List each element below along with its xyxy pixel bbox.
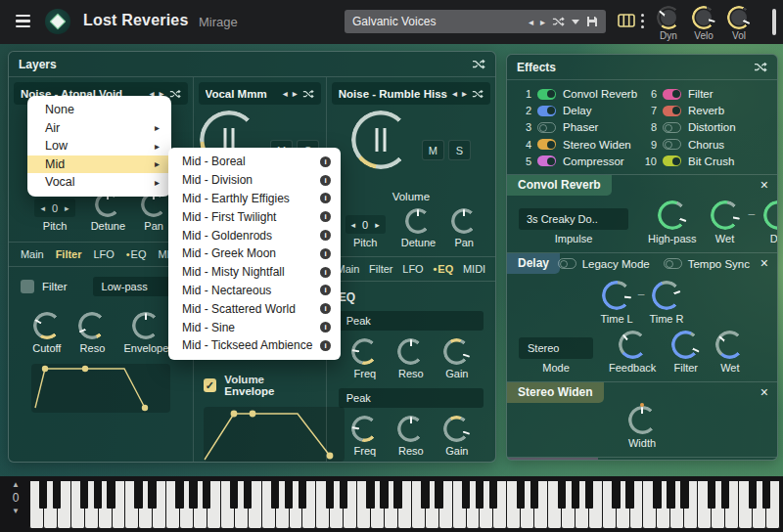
tab-lfo[interactable]: LFO: [93, 248, 114, 260]
layer3-volume-knob[interactable]: [351, 111, 410, 169]
eq-band2-reso-knob[interactable]: Reso: [397, 416, 424, 457]
pitch-decrement-icon[interactable]: ◂: [40, 203, 45, 213]
piano-black-key[interactable]: [175, 481, 183, 509]
layer-submenu-item[interactable]: Mid - Goldenrodsi: [168, 226, 341, 244]
layer2-prev-icon[interactable]: ◂: [283, 88, 288, 99]
piano-black-key[interactable]: [326, 481, 334, 509]
tab-filter[interactable]: Filter: [56, 248, 82, 260]
piano-black-key[interactable]: [340, 481, 347, 509]
filter-envelope-graph[interactable]: [31, 364, 170, 413]
preset-shuffle-icon[interactable]: [552, 17, 565, 26]
octave-down-icon[interactable]: ▼: [12, 507, 20, 515]
layer-menu-item-low[interactable]: Low▸: [27, 137, 171, 155]
tempo-sync-toggle[interactable]: Tempo Sync: [664, 258, 750, 270]
keyboard-toggle-icon[interactable]: [618, 14, 635, 27]
tab-midi[interactable]: MIDI: [463, 263, 485, 275]
effect-slot-delay[interactable]: 2Delay: [517, 104, 642, 117]
layer-menu-item-mid[interactable]: Mid▸: [27, 155, 171, 174]
layer1-pan-knob[interactable]: Pan: [141, 192, 166, 232]
layer1-detune-knob[interactable]: Detune: [91, 192, 125, 232]
effect-enable-toggle[interactable]: [537, 155, 556, 166]
preset-save-icon[interactable]: [586, 16, 598, 27]
piano-black-key[interactable]: [476, 481, 484, 509]
effect-enable-toggle[interactable]: [537, 106, 556, 116]
piano-keyboard[interactable]: [29, 481, 780, 528]
piano-black-key[interactable]: [230, 481, 238, 509]
effects-shuffle-icon[interactable]: [754, 62, 767, 72]
delay-wet-knob[interactable]: Wet: [715, 331, 744, 374]
layer1-pitch-stepper[interactable]: ◂ 0 ▸ Pitch: [34, 199, 74, 232]
piano-black-key[interactable]: [53, 481, 61, 509]
layer-menu-item-air[interactable]: Air▸: [27, 119, 171, 138]
tab-main[interactable]: Main: [21, 248, 44, 260]
window-resize-handle[interactable]: [772, 9, 776, 35]
effect-slot-convol-reverb[interactable]: 1Convol Reverb: [517, 87, 642, 101]
layer3-detune-knob[interactable]: Detune: [401, 208, 436, 248]
eq-band1-gain-knob[interactable]: Gain: [443, 338, 470, 379]
layer3-mute-button[interactable]: M: [422, 140, 444, 160]
layer-submenu-item[interactable]: Mid - Divisioni: [168, 171, 341, 190]
effect-enable-toggle[interactable]: [537, 122, 556, 133]
vol-knob[interactable]: Vol: [722, 6, 756, 41]
preset-next-icon[interactable]: ▸: [540, 17, 545, 27]
layer3-next-icon[interactable]: ▸: [462, 88, 467, 99]
piano-black-key[interactable]: [421, 481, 429, 509]
reso-knob[interactable]: Reso: [78, 312, 106, 354]
effect-enable-toggle[interactable]: [663, 106, 681, 116]
delay-mode-value[interactable]: Stereo: [519, 337, 593, 359]
delay-filter-knob[interactable]: Filter: [671, 331, 700, 374]
impulse-value[interactable]: 3s Creaky Do..: [519, 208, 628, 230]
convol-reverb-close-icon[interactable]: ×: [760, 178, 768, 192]
more-options-icon[interactable]: [641, 14, 645, 28]
pitch-increment-icon[interactable]: ▸: [375, 220, 380, 230]
layer-submenu-item[interactable]: Mid - Misty Nightfalli: [168, 263, 341, 282]
eq-band1-type-dropdown[interactable]: Peak: [339, 311, 484, 331]
layers-shuffle-icon[interactable]: [472, 59, 485, 69]
dyn-knob[interactable]: Dyn: [652, 6, 685, 41]
eq-band2-freq-knob[interactable]: Freq: [351, 416, 378, 457]
highpass-knob[interactable]: High-pass: [648, 200, 697, 244]
effect-slot-stereo-widen[interactable]: 4Stereo Widen: [517, 138, 642, 152]
octave-up-icon[interactable]: ▲: [12, 480, 20, 489]
stereo-widen-tab[interactable]: Stereo Widen: [507, 382, 604, 403]
legacy-mode-toggle[interactable]: Legacy Mode: [558, 258, 650, 270]
piano-black-key[interactable]: [708, 481, 715, 509]
piano-black-key[interactable]: [653, 481, 661, 509]
piano-black-key[interactable]: [572, 481, 579, 509]
piano-black-key[interactable]: [285, 481, 293, 509]
info-icon[interactable]: i: [320, 248, 331, 259]
info-icon[interactable]: i: [320, 156, 331, 167]
info-icon[interactable]: i: [320, 322, 331, 332]
eq-band1-freq-knob[interactable]: Freq: [351, 338, 378, 379]
tab-eq[interactable]: •EQ: [126, 248, 147, 260]
info-icon[interactable]: i: [320, 193, 331, 203]
preset-dropdown-caret-icon[interactable]: [572, 20, 579, 24]
layer-menu-item-vocal[interactable]: Vocal▸: [27, 173, 171, 192]
info-icon[interactable]: i: [320, 175, 331, 186]
piano-black-key[interactable]: [558, 481, 566, 509]
info-icon[interactable]: i: [320, 285, 331, 295]
effect-enable-toggle[interactable]: [537, 139, 556, 150]
effect-slot-chorus[interactable]: 9Chorus: [642, 138, 767, 152]
layer-submenu-item[interactable]: Mid - Earthly Effigiesi: [168, 190, 341, 208]
piano-black-key[interactable]: [380, 481, 388, 509]
effect-slot-reverb[interactable]: 7Reverb: [642, 104, 767, 117]
layer-submenu-item[interactable]: Mid - Tickseed Ambiencei: [168, 336, 341, 355]
layer-submenu-item[interactable]: Mid - Scattered Worldi: [168, 299, 341, 318]
delay-mode-selector[interactable]: Stereo Mode: [519, 337, 593, 374]
envelope-knob[interactable]: Envelope: [123, 312, 168, 354]
pitch-decrement-icon[interactable]: ◂: [351, 220, 356, 230]
layer-menu-item-none[interactable]: None: [27, 101, 171, 119]
filter-enable-checkbox[interactable]: [21, 280, 34, 293]
effect-slot-phaser[interactable]: 3Phaser: [517, 120, 642, 134]
tab-filter[interactable]: Filter: [369, 263, 392, 275]
piano-black-key[interactable]: [203, 481, 210, 509]
piano-black-key[interactable]: [625, 481, 633, 509]
piano-black-key[interactable]: [94, 481, 102, 509]
stereo-widen-close-icon[interactable]: ×: [760, 385, 768, 399]
piano-black-key[interactable]: [244, 481, 252, 509]
piano-black-key[interactable]: [680, 481, 688, 509]
piano-black-key[interactable]: [530, 481, 538, 509]
piano-black-key[interactable]: [721, 481, 729, 509]
piano-black-key[interactable]: [517, 481, 525, 509]
